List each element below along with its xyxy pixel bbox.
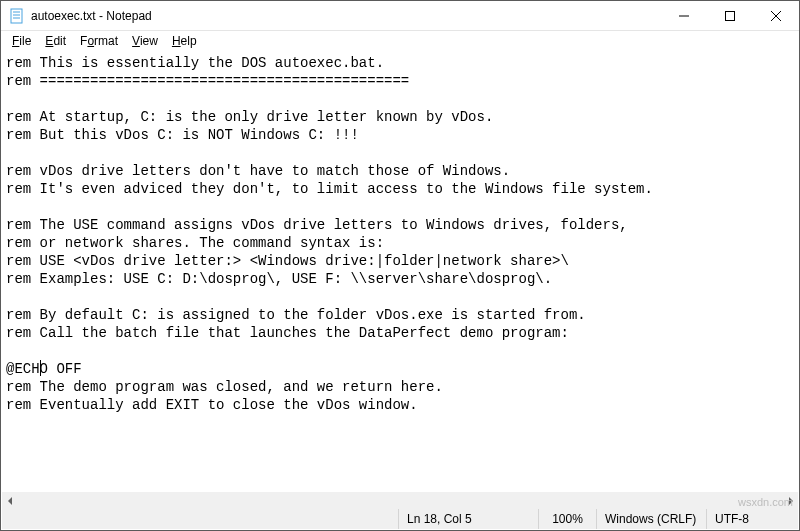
- maximize-button[interactable]: [707, 1, 753, 30]
- svg-marker-8: [8, 497, 12, 505]
- close-button[interactable]: [753, 1, 799, 30]
- notepad-app-icon: [9, 8, 25, 24]
- status-zoom-level: 100%: [538, 509, 596, 529]
- svg-rect-0: [11, 9, 22, 23]
- watermark-text: wsxdn.com: [738, 496, 793, 508]
- status-cursor-position: Ln 18, Col 5: [398, 509, 538, 529]
- menu-help[interactable]: Help: [165, 33, 204, 49]
- status-spacer: [2, 509, 398, 529]
- menu-view[interactable]: View: [125, 33, 165, 49]
- menu-bar: File Edit Format View Help: [1, 31, 799, 51]
- text-caret: [40, 360, 41, 376]
- menu-file[interactable]: File: [5, 33, 38, 49]
- status-line-ending: Windows (CRLF): [596, 509, 706, 529]
- svg-rect-5: [726, 11, 735, 20]
- window-title: autoexec.txt - Notepad: [31, 9, 661, 23]
- window-controls: [661, 1, 799, 30]
- minimize-button[interactable]: [661, 1, 707, 30]
- menu-format[interactable]: Format: [73, 33, 125, 49]
- scrollbar-track[interactable]: [19, 492, 781, 509]
- status-encoding: UTF-8: [706, 509, 798, 529]
- status-bar: Ln 18, Col 5 100% Windows (CRLF) UTF-8: [2, 509, 798, 529]
- document-text: rem This is essentially the DOS autoexec…: [2, 52, 798, 416]
- text-editor-area[interactable]: rem This is essentially the DOS autoexec…: [2, 52, 798, 492]
- menu-edit[interactable]: Edit: [38, 33, 73, 49]
- horizontal-scrollbar[interactable]: [2, 492, 798, 509]
- scroll-left-icon[interactable]: [2, 492, 19, 509]
- title-bar: autoexec.txt - Notepad: [1, 1, 799, 31]
